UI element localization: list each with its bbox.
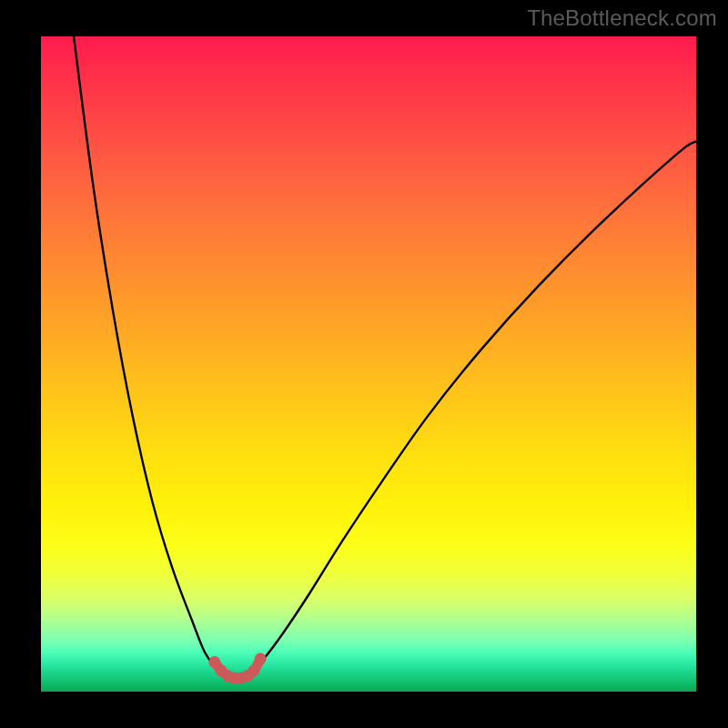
curve-right-branch xyxy=(250,141,696,672)
valley-marker-dots xyxy=(208,653,266,684)
plot-area xyxy=(41,36,696,692)
curve-left-branch xyxy=(74,36,225,672)
watermark-text: TheBottleneck.com xyxy=(527,5,717,31)
valley-marker-dot xyxy=(255,653,267,665)
chart-frame: TheBottleneck.com xyxy=(0,0,728,728)
valley-marker-dot xyxy=(248,664,260,676)
curve-svg xyxy=(41,36,696,692)
